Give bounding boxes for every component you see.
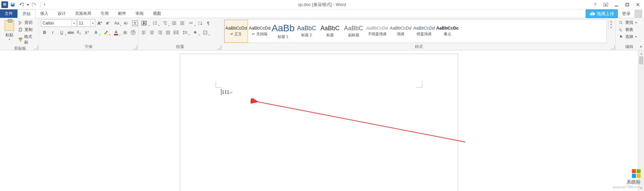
tab-layout[interactable]: 页面布局 <box>70 9 96 18</box>
upload-button[interactable]: 拖拽上传 <box>586 9 618 18</box>
font-name-combo[interactable]: Calibri ▾ <box>41 19 76 27</box>
close-button[interactable] <box>633 1 643 8</box>
qat-customize-button[interactable]: ▾ <box>43 1 47 9</box>
style-item-p-sub[interactable]: AaBbC副标题 <box>342 20 365 43</box>
style-item-p-h2[interactable]: AaBbC标题 2 <box>295 20 318 43</box>
text-effects-button[interactable]: A▾ <box>91 29 101 36</box>
tab-view[interactable]: 视图 <box>148 9 166 18</box>
show-marks-button[interactable]: ¶ <box>205 19 212 27</box>
font-color-button[interactable]: A▾ <box>111 29 121 36</box>
decrease-indent-button[interactable] <box>170 19 178 27</box>
clipboard-launcher[interactable] <box>34 45 38 49</box>
style-item-p-h1[interactable]: AaBb标题 1 <box>271 20 295 43</box>
redo-button[interactable] <box>30 1 38 9</box>
numbering-button[interactable]: 123▾ <box>150 19 160 27</box>
multilevel-button[interactable]: ▾ <box>160 19 170 27</box>
superscript-button[interactable]: X2 <box>83 29 91 36</box>
bullets-button[interactable]: ▾ <box>140 19 150 27</box>
svg-rect-51 <box>166 33 170 33</box>
italic-button[interactable]: I <box>49 29 56 36</box>
align-right-button[interactable] <box>156 29 164 36</box>
bold-button[interactable]: B <box>41 29 48 36</box>
restore-button[interactable] <box>623 1 632 8</box>
strikethrough-button[interactable]: abc <box>67 29 74 36</box>
replace-icon: ab <box>619 27 624 33</box>
char-shading-button[interactable]: A <box>121 29 129 36</box>
help-button[interactable]: ? <box>590 1 600 8</box>
format-painter-button[interactable]: 格式刷 <box>17 34 37 46</box>
sort-button[interactable]: AZ <box>197 19 204 27</box>
undo-button[interactable] <box>17 1 25 9</box>
font-size-combo[interactable]: 11 ▾ <box>77 19 95 27</box>
style-item-p-normal[interactable]: AaBbCcDd↵ 正文 <box>224 20 248 43</box>
document-page[interactable]: 111↵ <box>180 54 458 191</box>
scroll-up-button[interactable]: ▴ <box>638 50 644 56</box>
find-button[interactable]: 查找 ▾ <box>618 19 637 26</box>
style-item-p-nospace[interactable]: AaBbCcDd↵ 无间隔 <box>248 20 271 43</box>
char-shading-icon: A <box>123 31 127 35</box>
clear-formatting-button[interactable]: A <box>122 19 129 27</box>
save-button[interactable] <box>9 1 17 9</box>
font-name-dropdown-icon[interactable]: ▾ <box>71 20 76 27</box>
styles-scroll-down[interactable]: ▾ <box>608 23 613 26</box>
title-bar-right: ? <box>590 1 644 8</box>
minimize-button[interactable] <box>612 1 621 8</box>
svg-rect-33 <box>180 25 184 25</box>
align-justify-button[interactable] <box>164 29 172 36</box>
scroll-down-button[interactable]: ▾ <box>638 185 644 191</box>
ribbon-display-button[interactable] <box>601 1 610 8</box>
avatar-placeholder[interactable] <box>635 10 642 17</box>
select-button[interactable]: 选择 ▾ <box>618 34 637 40</box>
subscript-button[interactable]: X2 <box>75 29 83 36</box>
login-link[interactable]: 登录 <box>620 11 633 17</box>
paragraph-mark-icon: ↵ <box>229 90 233 95</box>
tab-design[interactable]: 设计 <box>53 9 70 18</box>
font-launcher[interactable] <box>133 45 137 49</box>
tab-mail[interactable]: 邮件 <box>113 9 131 18</box>
style-item-p-point[interactable]: AaBbCcDc要点 <box>436 20 459 43</box>
shading-button[interactable]: ▾ <box>191 29 200 36</box>
scroll-thumb[interactable] <box>639 56 643 64</box>
undo-more-button[interactable]: ▾ <box>26 1 30 9</box>
collapse-ribbon-button[interactable]: ▲ <box>639 44 643 48</box>
document-line[interactable]: 111↵ <box>221 89 233 95</box>
copy-button[interactable]: 复制 <box>17 27 37 33</box>
text-direction-button[interactable]: A▾ <box>186 19 196 27</box>
tab-review[interactable]: 审阅 <box>131 9 148 18</box>
increase-indent-button[interactable] <box>178 19 186 27</box>
align-left-button[interactable] <box>140 29 148 36</box>
styles-launcher[interactable] <box>611 45 615 49</box>
svg-point-13 <box>143 23 144 24</box>
cut-button[interactable]: 剪切 <box>17 19 37 26</box>
copy-icon <box>18 27 23 33</box>
tab-file[interactable]: 文件 <box>0 9 17 18</box>
grow-font-button[interactable]: A▴ <box>96 19 103 27</box>
style-item-p-emph[interactable]: AaBbCcDd强调 <box>389 20 412 43</box>
paragraph-launcher[interactable] <box>217 45 221 49</box>
tab-references[interactable]: 引用 <box>96 9 113 18</box>
scroll-track[interactable] <box>638 56 644 185</box>
align-center-button[interactable] <box>148 29 156 36</box>
font-size-dropdown-icon[interactable]: ▾ <box>90 20 95 27</box>
vertical-scrollbar[interactable]: ▴ ▾ <box>638 50 644 191</box>
borders-button[interactable]: ▾ <box>201 29 210 36</box>
styles-expand[interactable]: ▾ <box>608 26 613 29</box>
styles-scroll-up[interactable]: ▴ <box>608 19 613 23</box>
tab-home[interactable]: 开始 <box>17 9 36 18</box>
align-distribute-button[interactable] <box>172 29 180 36</box>
svg-text:3: 3 <box>153 23 154 26</box>
style-item-p-strong[interactable]: AaBbCcDd明显强调 <box>412 20 436 43</box>
enclose-char-button[interactable]: 字 <box>129 29 137 36</box>
group-editing-label: 编辑 <box>618 44 641 50</box>
highlight-button[interactable]: ▾ <box>101 29 111 36</box>
change-case-button[interactable]: Aa▾ <box>112 19 121 27</box>
underline-button[interactable]: U▾ <box>57 29 66 36</box>
svg-rect-26 <box>172 21 176 22</box>
line-spacing-button[interactable]: ▾ <box>180 29 190 36</box>
replace-button[interactable]: ab 替换 <box>618 27 637 33</box>
tab-insert[interactable]: 插入 <box>36 9 53 18</box>
style-item-p-title[interactable]: AaBbC标题 <box>318 20 342 43</box>
paste-button[interactable]: 粘贴 ▾ <box>3 19 16 43</box>
shrink-font-button[interactable]: A▾ <box>104 19 111 27</box>
style-item-p-subtle[interactable]: AaBbCcDd不明显强调 <box>365 20 389 43</box>
